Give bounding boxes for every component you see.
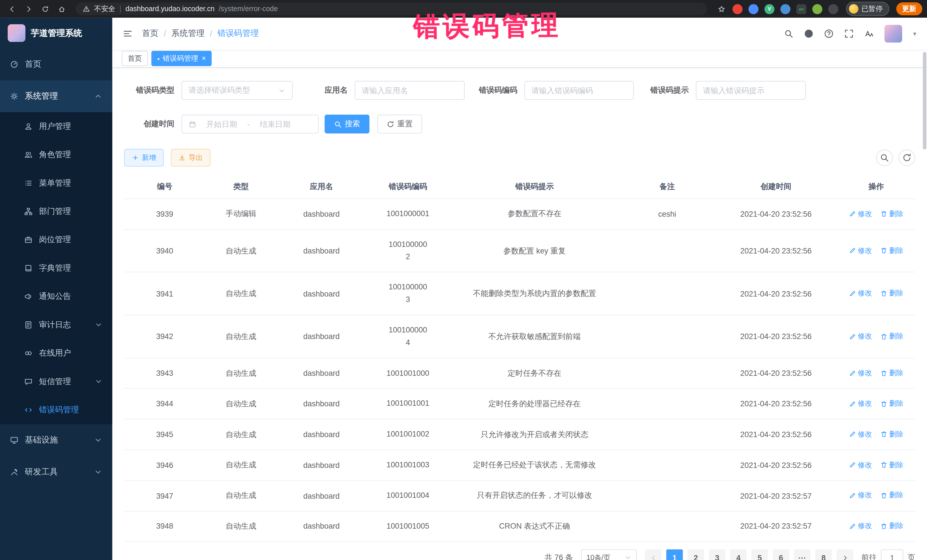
proxy-switch-icon[interactable]: on	[796, 4, 806, 14]
add-button[interactable]: 新增	[124, 149, 164, 167]
toggle-search-icon[interactable]	[876, 149, 893, 166]
edit-link[interactable]: 修改	[849, 460, 872, 470]
breadcrumb-home[interactable]: 首页	[142, 28, 158, 39]
tab-error-code[interactable]: ● 错误码管理 ×	[152, 51, 212, 66]
edit-link[interactable]: 修改	[849, 288, 872, 299]
delete-link[interactable]: 删除	[880, 209, 903, 219]
delete-link[interactable]: 删除	[880, 331, 903, 341]
sidebar-item-devtool[interactable]: 研发工具	[0, 456, 112, 488]
tab-close-icon[interactable]: ×	[202, 55, 206, 63]
browser-forward-icon[interactable]	[21, 2, 36, 16]
goto-page-input[interactable]	[881, 549, 903, 560]
document-icon	[24, 321, 32, 329]
sidebar-item-online[interactable]: 在线用户	[0, 339, 112, 367]
date-range-picker[interactable]: -	[181, 115, 319, 134]
cell-hint: CRON 表达式不正确	[450, 511, 620, 542]
page-button-5[interactable]: 5	[751, 549, 768, 560]
page-button-1[interactable]: 1	[666, 549, 683, 560]
github-icon[interactable]	[804, 29, 814, 38]
end-date-input[interactable]	[253, 119, 297, 129]
browser-reload-icon[interactable]	[38, 2, 52, 16]
update-button[interactable]: 更新	[896, 2, 922, 15]
refresh-table-icon[interactable]	[899, 149, 915, 166]
breadcrumb-system[interactable]: 系统管理	[172, 28, 205, 39]
export-button[interactable]: 导出	[171, 149, 211, 167]
cell-hint: 参数配置不存在	[450, 199, 620, 229]
leaf-extension-icon[interactable]	[812, 4, 822, 14]
sidebar-item-user[interactable]: 用户管理	[0, 112, 112, 141]
paused-badge[interactable]: 已暂停	[846, 2, 889, 16]
edit-link[interactable]: 修改	[849, 209, 872, 219]
extension-icon-people[interactable]	[780, 4, 790, 14]
help-icon[interactable]	[824, 29, 834, 38]
edit-link[interactable]: 修改	[849, 331, 872, 341]
extension-icon-red[interactable]	[732, 4, 742, 14]
delete-link[interactable]: 删除	[880, 288, 903, 299]
font-size-icon[interactable]	[865, 29, 874, 38]
cell-id: 3940	[124, 229, 205, 272]
edit-link[interactable]: 修改	[849, 246, 872, 256]
fullscreen-icon[interactable]	[845, 29, 854, 38]
sidebar-item-system[interactable]: 系统管理	[0, 80, 112, 112]
reset-button[interactable]: 重置	[377, 115, 422, 134]
browser-home-icon[interactable]	[55, 2, 69, 16]
sidebar-item-errorcode[interactable]: 错误码管理	[0, 396, 112, 424]
user-avatar[interactable]	[885, 25, 903, 42]
error-code-input[interactable]	[524, 81, 634, 100]
next-page-button[interactable]	[837, 549, 853, 560]
export-button-label: 导出	[188, 153, 203, 163]
bookmark-star-icon[interactable]	[714, 2, 728, 16]
page-button-4[interactable]: 4	[730, 549, 747, 560]
chevron-down-icon[interactable]: ▾	[913, 30, 916, 38]
edit-link[interactable]: 修改	[849, 399, 872, 408]
cell-type: 自动生成	[205, 315, 277, 358]
address-bar[interactable]: 不安全 | dashboard.yudao.iocoder.cn/system/…	[76, 2, 707, 15]
delete-link[interactable]: 删除	[880, 399, 903, 408]
sidebar-item-role[interactable]: 角色管理	[0, 141, 112, 169]
page-size-select[interactable]: 10条/页	[581, 549, 637, 560]
hamburger-icon[interactable]	[123, 29, 132, 38]
sidebar-item-dept[interactable]: 部门管理	[0, 197, 112, 226]
delete-link[interactable]: 删除	[880, 246, 903, 256]
delete-link[interactable]: 删除	[880, 521, 903, 531]
delete-link[interactable]: 删除	[880, 490, 903, 501]
tab-home[interactable]: 首页	[122, 51, 148, 66]
sidebar-item-post[interactable]: 岗位管理	[0, 226, 112, 254]
page-scrollbar[interactable]	[923, 52, 926, 149]
delete-link[interactable]: 删除	[880, 460, 903, 470]
page-button-8[interactable]: 8	[815, 549, 832, 560]
prev-page-button[interactable]	[645, 549, 661, 560]
page-ellipsis[interactable]: ···	[794, 549, 811, 560]
page-button-2[interactable]: 2	[688, 549, 704, 560]
vue-devtools-icon[interactable]: V	[764, 4, 774, 14]
edit-link[interactable]: 修改	[849, 368, 872, 378]
page-button-6[interactable]: 6	[773, 549, 789, 560]
edit-link[interactable]: 修改	[849, 521, 872, 531]
search-icon[interactable]	[784, 29, 793, 38]
sidebar-item-infra[interactable]: 基础设施	[0, 424, 112, 456]
browser-back-icon[interactable]	[5, 2, 19, 16]
sidebar-item-menu[interactable]: 菜单管理	[0, 169, 112, 197]
edit-link[interactable]: 修改	[849, 490, 872, 501]
delete-link[interactable]: 删除	[880, 368, 903, 378]
extension-icon-blue[interactable]	[748, 4, 758, 14]
cell-code: 1001001001	[366, 389, 450, 419]
sidebar-item-dict[interactable]: 字典管理	[0, 254, 112, 282]
table-row: 3947自动生成dashboard1001001004只有开启状态的任务，才可以…	[124, 480, 915, 511]
sidebar-item-home[interactable]: 首页	[0, 49, 112, 80]
sidebar-item-sms[interactable]: 短信管理	[0, 367, 112, 396]
sidebar-item-notice[interactable]: 通知公告	[0, 282, 112, 311]
sidebar-item-audit[interactable]: 审计日志	[0, 311, 112, 339]
search-button[interactable]: 搜索	[325, 115, 370, 134]
paw-extension-icon[interactable]	[828, 4, 838, 14]
delete-link[interactable]: 删除	[880, 429, 903, 439]
app-name-input[interactable]	[355, 81, 465, 100]
cell-hint: 不能删除类型为系统内置的参数配置	[450, 272, 620, 315]
error-hint-input[interactable]	[696, 81, 806, 100]
breadcrumb-current: 错误码管理	[217, 28, 259, 39]
start-date-input[interactable]	[200, 119, 243, 129]
trash-icon	[880, 431, 887, 438]
edit-link[interactable]: 修改	[849, 429, 872, 439]
page-button-3[interactable]: 3	[709, 549, 725, 560]
error-type-select[interactable]: 请选择错误码类型	[181, 81, 293, 100]
